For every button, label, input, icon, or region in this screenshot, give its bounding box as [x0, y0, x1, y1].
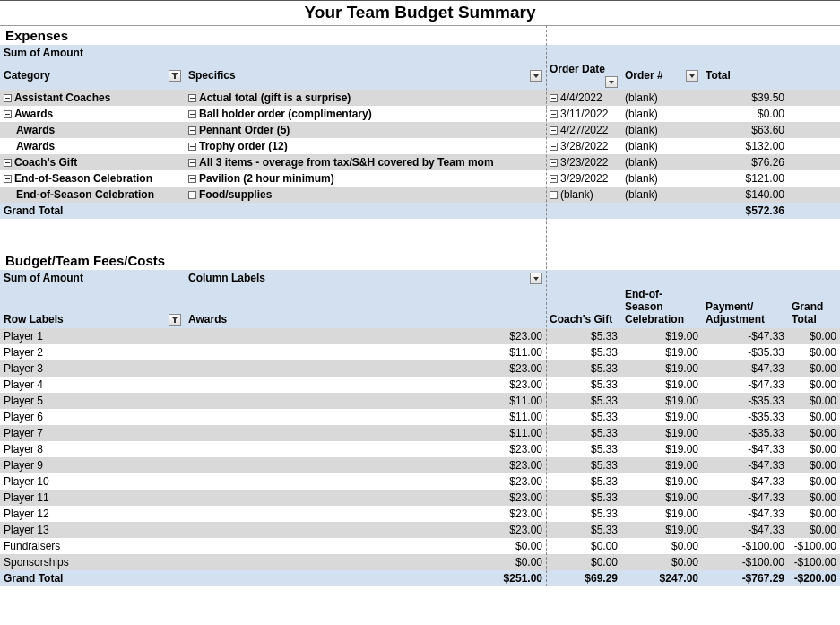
collapse-toggle-icon[interactable] [188, 175, 196, 183]
expense-category: Awards [0, 122, 185, 138]
expense-order-num: (blank) [621, 122, 702, 138]
budget-row: Player 13$23.00$5.33$19.00-$47.33$0.00 [0, 522, 840, 538]
filter-category-icon[interactable] [169, 70, 181, 82]
collapse-toggle-icon[interactable] [188, 191, 196, 199]
budget-gt: -$100.00 [788, 554, 840, 570]
budget-awards: $11.00 [185, 425, 546, 441]
expenses-grand-total: $572.36 [702, 203, 788, 219]
expense-date: 4/27/2022 [546, 122, 621, 138]
expense-order-num: (blank) [621, 170, 702, 187]
budget-row-label: Player 11 [0, 490, 185, 506]
budget-grand-pay: -$767.29 [702, 570, 788, 586]
budget-eos: $19.00 [621, 441, 702, 457]
budget-gt: $0.00 [788, 473, 840, 490]
expense-total: $140.00 [702, 187, 788, 203]
filter-order-icon[interactable] [686, 70, 698, 82]
expenses-header-row: Category Specifics Order Date Order # To… [0, 61, 840, 90]
expense-date: 3/28/2022 [546, 138, 621, 154]
collapse-toggle-icon[interactable] [550, 143, 558, 151]
expense-date: (blank) [546, 187, 621, 203]
budget-awards: $23.00 [185, 457, 546, 473]
budget-row-label: Player 4 [0, 377, 185, 393]
sum-of-amount-label: Sum of Amount [0, 45, 185, 61]
budget-row: Player 5$11.00$5.33$19.00-$35.33$0.00 [0, 393, 840, 409]
budget-pay: -$47.33 [702, 360, 788, 377]
filter-rowlabels-icon[interactable] [169, 314, 181, 326]
budget-pay: -$47.33 [702, 377, 788, 393]
budget-row-label: Player 1 [0, 328, 185, 344]
expense-order-num: (blank) [621, 106, 702, 122]
collapse-toggle-icon[interactable] [550, 175, 558, 183]
budget-eos: $0.00 [621, 554, 702, 570]
budget-awards: $11.00 [185, 409, 546, 425]
budget-pay: -$47.33 [702, 522, 788, 538]
budget-gt: $0.00 [788, 490, 840, 506]
budget-grand-label: Grand Total [0, 570, 185, 586]
budget-eos: $19.00 [621, 425, 702, 441]
collapse-toggle-icon[interactable] [550, 94, 558, 102]
budget-eos: $19.00 [621, 377, 702, 393]
budget-pay: -$100.00 [702, 538, 788, 554]
filter-specifics-icon[interactable] [530, 70, 542, 82]
budget-coach: $0.00 [546, 538, 621, 554]
budget-pay: -$35.33 [702, 409, 788, 425]
expense-specifics: Food/supplies [185, 187, 546, 203]
budget-row: Fundraisers$0.00$0.00$0.00-$100.00-$100.… [0, 538, 840, 554]
budget-gt: $0.00 [788, 425, 840, 441]
budget-gt: $0.00 [788, 522, 840, 538]
hdr-total: Total [702, 61, 788, 90]
budget-top-row: Sum of Amount Column Labels [0, 270, 840, 286]
budget-pay: -$35.33 [702, 393, 788, 409]
budget-row-label: Player 9 [0, 457, 185, 473]
expense-specifics: Pennant Order (5) [185, 122, 546, 138]
collapse-toggle-icon[interactable] [188, 143, 196, 151]
budget-row: Sponsorships$0.00$0.00$0.00-$100.00-$100… [0, 554, 840, 570]
budget-row: Player 9$23.00$5.33$19.00-$47.33$0.00 [0, 457, 840, 473]
budget-row-label: Player 2 [0, 344, 185, 360]
collapse-toggle-icon[interactable] [188, 126, 196, 135]
collapse-toggle-icon[interactable] [4, 159, 12, 167]
filter-columns-icon[interactable] [530, 273, 542, 284]
budget-awards: $23.00 [185, 506, 546, 522]
budget-row: Player 11$23.00$5.33$19.00-$47.33$0.00 [0, 490, 840, 506]
filter-date-icon[interactable] [605, 76, 618, 88]
expense-row: End-of-Season CelebrationFood/supplies(b… [0, 187, 840, 203]
budget-gt: -$100.00 [788, 538, 840, 554]
expense-total: $76.26 [702, 154, 788, 170]
budget-grand-total-row: Grand Total $251.00 $69.29 $247.00 -$767… [0, 570, 840, 586]
expense-category: Awards [0, 138, 185, 154]
collapse-toggle-icon[interactable] [188, 110, 196, 118]
expense-row: AwardsTrophy order (12)3/28/2022(blank)$… [0, 138, 840, 154]
collapse-toggle-icon[interactable] [550, 126, 558, 135]
collapse-toggle-icon[interactable] [4, 175, 12, 183]
budget-awards: $0.00 [185, 554, 546, 570]
collapse-toggle-icon[interactable] [550, 110, 558, 118]
budget-coach: $5.33 [546, 457, 621, 473]
budget-row-label: Player 12 [0, 506, 185, 522]
expense-row: End-of-Season CelebrationPavilion (2 hou… [0, 170, 840, 187]
collapse-toggle-icon[interactable] [188, 94, 196, 102]
collapse-toggle-icon[interactable] [550, 159, 558, 167]
expense-order-num: (blank) [621, 154, 702, 170]
collapse-toggle-icon[interactable] [550, 191, 558, 199]
collapse-toggle-icon[interactable] [188, 159, 196, 167]
budget-row-label: Player 5 [0, 393, 185, 409]
budget-row-label: Player 8 [0, 441, 185, 457]
budget-row: Player 1$23.00$5.33$19.00-$47.33$0.00 [0, 328, 840, 344]
collapse-toggle-icon[interactable] [4, 110, 12, 118]
budget-coach: $5.33 [546, 377, 621, 393]
budget-row: Player 12$23.00$5.33$19.00-$47.33$0.00 [0, 506, 840, 522]
budget-eos: $0.00 [621, 538, 702, 554]
budget-awards: $11.00 [185, 393, 546, 409]
collapse-toggle-icon[interactable] [4, 94, 12, 102]
expense-row: Coach's GiftAll 3 items - overage from t… [0, 154, 840, 170]
budget-row-label: Player 3 [0, 360, 185, 377]
page-title: Your Team Budget Summary [0, 0, 840, 26]
budget-pay: -$47.33 [702, 457, 788, 473]
hdr-payment: Payment/ Adjustment [702, 286, 788, 328]
budget-eos: $19.00 [621, 409, 702, 425]
expenses-heading: Expenses [0, 26, 840, 45]
budget-row-labels: Row Labels [0, 286, 185, 328]
budget-awards: $23.00 [185, 328, 546, 344]
expense-date: 3/23/2022 [546, 154, 621, 170]
